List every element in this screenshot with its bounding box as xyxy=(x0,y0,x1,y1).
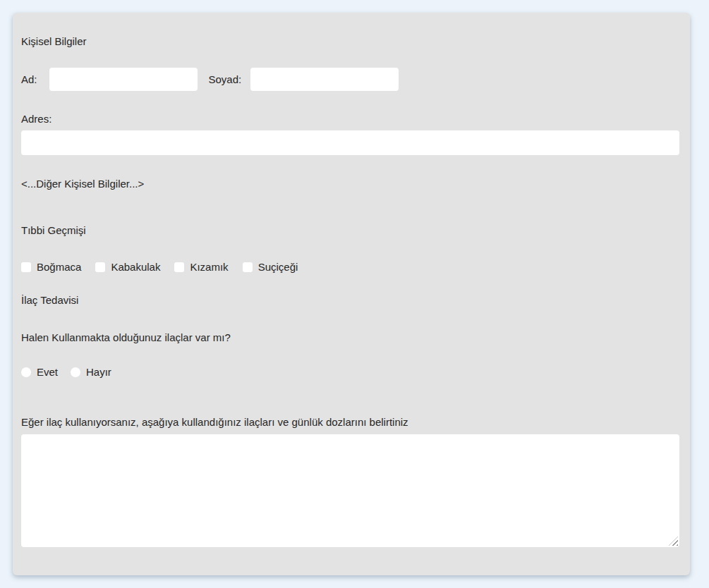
first-name-label: Ad: xyxy=(21,74,37,85)
sucicegi-label: Suçiçeği xyxy=(258,262,298,272)
address-label: Adres: xyxy=(21,114,679,124)
last-name-label: Soyad: xyxy=(209,74,242,85)
name-row: Ad: Soyad: xyxy=(21,68,679,91)
evet-label: Evet xyxy=(37,367,58,377)
checkbox-item-sucicegi: Suçiçeği xyxy=(243,262,298,272)
kabakulak-label: Kabakulak xyxy=(111,262,160,272)
other-personal-info-note: <...Diğer Kişisel Bilgiler...> xyxy=(21,178,679,189)
current-medication-question: Halen Kullanmakta olduğunuz ilaçlar var … xyxy=(21,332,679,343)
last-name-input[interactable] xyxy=(250,68,399,91)
radio-item-hayir: Hayır xyxy=(71,367,111,377)
medication-details-instructions: Eğer ilaç kullanıyorsanız, aşağıya kulla… xyxy=(21,417,679,427)
hayir-radio[interactable] xyxy=(71,367,80,377)
radio-item-evet: Evet xyxy=(21,367,58,377)
medication-radio-row: Evet Hayır xyxy=(21,366,679,378)
kabakulak-checkbox[interactable] xyxy=(95,262,105,272)
checkbox-item-bogmaca: Boğmaca xyxy=(21,262,81,272)
checkbox-item-kabakulak: Kabakulak xyxy=(95,262,160,272)
medication-details-wrap xyxy=(21,434,679,547)
first-name-input[interactable] xyxy=(49,68,198,91)
evet-radio[interactable] xyxy=(21,367,31,377)
medical-history-checkbox-row: Boğmaca Kabakulak Kızamık Suçiçeği xyxy=(21,261,679,273)
medication-title: İlaç Tedavisi xyxy=(21,295,679,305)
bogmaca-checkbox[interactable] xyxy=(21,262,31,272)
kizamik-checkbox[interactable] xyxy=(174,262,184,272)
hayir-label: Hayır xyxy=(86,367,111,377)
personal-info-title: Kişisel Bilgiler xyxy=(21,13,679,47)
medical-history-title: Tıbbi Geçmişi xyxy=(21,225,679,235)
bogmaca-label: Boğmaca xyxy=(37,262,81,272)
checkbox-item-kizamik: Kızamık xyxy=(174,262,228,272)
kizamik-label: Kızamık xyxy=(190,262,228,272)
sucicegi-checkbox[interactable] xyxy=(243,262,253,272)
patient-form-card: Kişisel Bilgiler Ad: Soyad: Adres: <...D… xyxy=(13,13,690,575)
address-input[interactable] xyxy=(21,130,679,155)
medication-details-textarea[interactable] xyxy=(21,434,679,547)
